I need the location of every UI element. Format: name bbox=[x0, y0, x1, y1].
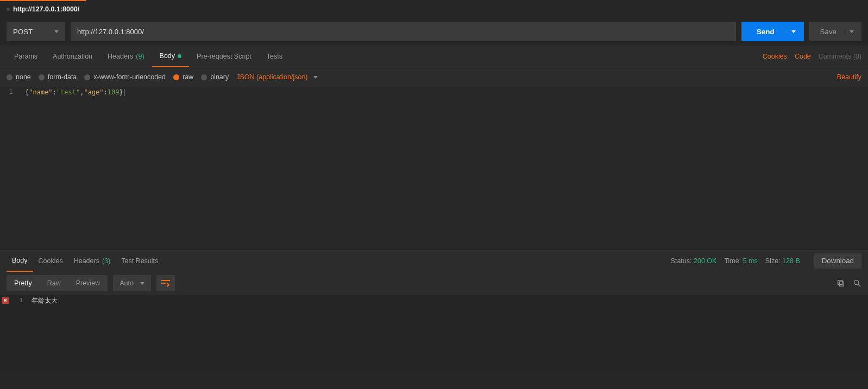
content-type-value: JSON (application/json) bbox=[236, 73, 307, 81]
save-button[interactable]: Save bbox=[809, 22, 861, 41]
tab-params[interactable]: Params bbox=[7, 46, 45, 67]
resp-headers-count: (3) bbox=[102, 257, 110, 265]
url-input[interactable] bbox=[71, 22, 736, 41]
error-marker-icon: ✖ bbox=[2, 297, 9, 304]
response-view-bar: Pretty Raw Preview Auto bbox=[0, 271, 868, 295]
beautify-link[interactable]: Beautify bbox=[837, 73, 861, 81]
radio-x-www-form-urlencoded[interactable]: x-www-form-urlencoded bbox=[84, 73, 166, 81]
radio-raw[interactable]: raw bbox=[173, 73, 193, 81]
body-indicator-dot bbox=[178, 54, 181, 58]
code-link[interactable]: Code bbox=[795, 53, 811, 60]
view-pretty[interactable]: Pretty bbox=[7, 275, 40, 291]
line-number: 1 bbox=[0, 87, 22, 98]
response-meta: Status: 200 OK Time: 5 ms Size: 128 B Do… bbox=[671, 253, 861, 269]
body-type-options: none form-data x-www-form-urlencoded raw… bbox=[0, 67, 868, 87]
http-method-select[interactable]: POST bbox=[7, 22, 65, 41]
request-title: http://127.0.0.1:8000/ bbox=[13, 5, 79, 13]
view-preview[interactable]: Preview bbox=[68, 275, 108, 291]
resp-tab-cookies[interactable]: Cookies bbox=[33, 250, 68, 271]
radio-binary[interactable]: binary bbox=[201, 73, 229, 81]
request-bar: POST Send Save bbox=[0, 17, 868, 46]
tab-prerequest[interactable]: Pre-request Script bbox=[189, 46, 259, 67]
http-method-value: POST bbox=[13, 28, 33, 36]
response-text: 年龄太大 bbox=[27, 295, 58, 306]
resp-tab-test-results[interactable]: Test Results bbox=[116, 250, 163, 271]
view-mode-segment: Pretty Raw Preview bbox=[7, 275, 108, 291]
request-body-editor[interactable]: 1 {"name":"test","age":109} bbox=[0, 87, 868, 250]
view-raw[interactable]: Raw bbox=[40, 275, 68, 291]
response-format-select[interactable]: Auto bbox=[113, 275, 151, 291]
resp-tab-body[interactable]: Body bbox=[7, 251, 33, 272]
tab-headers[interactable]: Headers (9) bbox=[100, 46, 152, 67]
request-tabs: Params Authorization Headers (9) Body Pr… bbox=[0, 46, 868, 67]
chevron-down-icon bbox=[850, 30, 854, 33]
tab-body[interactable]: Body bbox=[152, 46, 190, 67]
cookies-link[interactable]: Cookies bbox=[763, 53, 787, 60]
radio-none[interactable]: none bbox=[7, 73, 31, 81]
save-button-label: Save bbox=[813, 28, 844, 36]
download-button[interactable]: Download bbox=[814, 253, 861, 269]
response-body[interactable]: ✖ 1 年龄太大 bbox=[0, 295, 868, 371]
radio-form-data[interactable]: form-data bbox=[39, 73, 77, 81]
send-button[interactable]: Send bbox=[741, 22, 804, 41]
chevron-down-icon bbox=[140, 282, 144, 285]
wrap-lines-button[interactable] bbox=[156, 275, 175, 291]
comments-link[interactable]: Comments (0) bbox=[819, 53, 861, 60]
svg-rect-0 bbox=[839, 282, 844, 286]
resp-line-number: 1 bbox=[11, 295, 27, 306]
code-content: {"name":"test","age":109} bbox=[22, 87, 128, 98]
tab-tests[interactable]: Tests bbox=[259, 46, 290, 67]
chevron-down-icon bbox=[313, 76, 318, 79]
content-type-select[interactable]: JSON (application/json) bbox=[236, 73, 317, 81]
svg-point-2 bbox=[854, 280, 859, 285]
search-icon[interactable] bbox=[853, 279, 861, 288]
status-value: 200 OK bbox=[694, 257, 716, 265]
chevron-down-icon bbox=[791, 30, 796, 33]
svg-line-3 bbox=[858, 284, 860, 286]
send-button-label: Send bbox=[745, 28, 787, 36]
request-title-tab[interactable]: http://127.0.0.1:8000/ bbox=[0, 0, 86, 17]
headers-count: (9) bbox=[136, 53, 144, 60]
svg-rect-1 bbox=[838, 280, 842, 285]
save-dropdown[interactable] bbox=[844, 30, 858, 33]
tab-authorization[interactable]: Authorization bbox=[45, 46, 100, 67]
copy-icon[interactable] bbox=[836, 279, 845, 288]
time-value: 5 ms bbox=[743, 257, 758, 265]
response-tabs: Body Cookies Headers (3) Test Results St… bbox=[0, 250, 868, 271]
send-dropdown[interactable] bbox=[787, 30, 801, 33]
wrap-icon bbox=[161, 280, 170, 286]
chevron-down-icon bbox=[54, 30, 59, 33]
tab-dot-icon bbox=[7, 8, 10, 11]
size-value: 128 B bbox=[782, 257, 800, 265]
text-cursor bbox=[124, 89, 124, 96]
resp-tab-headers[interactable]: Headers (3) bbox=[68, 250, 116, 271]
